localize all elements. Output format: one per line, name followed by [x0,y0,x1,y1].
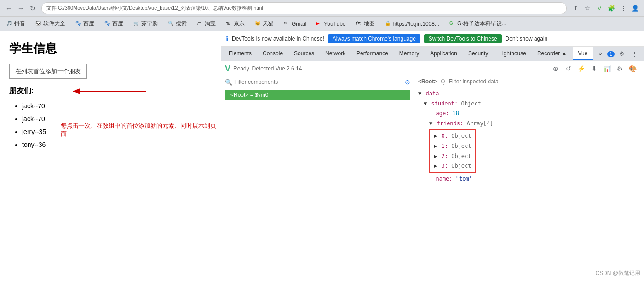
item0-expand-icon[interactable]: ▶ [434,133,437,139]
vue-gear-icon[interactable]: ⚙ [615,63,626,74]
bookmark-search[interactable]: 🔍搜索 [165,19,190,29]
item3-expand-icon[interactable]: ▶ [434,163,437,169]
component-tree: 🔍 ⊙ <Root> = $vm0 [221,76,414,281]
student-type: Object [461,100,481,107]
csdn-watermark: CSDN @做笔记用 [595,269,640,277]
notification-bar: ℹ DevTools is now available in Chinese! … [221,31,644,47]
tab-security[interactable]: Security [463,47,494,60]
bookmark-baidu1[interactable]: 🐾百度 [73,19,97,29]
vue-toolbar: V Ready. Detected Vue 2.6.14. ⊕ ↺ ⚡ ⬇ 📊 … [221,61,644,76]
tab-console[interactable]: Console [257,47,288,60]
tab-performance[interactable]: Performance [351,47,394,60]
puzzle-icon[interactable]: 🧩 [606,3,616,13]
badge-count: 1 [607,51,615,57]
tab-vue[interactable]: Vue [573,47,593,60]
friends-expand-icon[interactable]: ▼ [429,120,432,127]
data-panel: <Root> Q → ▼ data ▼ student: [414,76,644,281]
data-key: data [426,90,439,97]
item0-type: Object [451,133,471,139]
student-expand-icon[interactable]: ▼ [424,100,427,107]
data-filter-input[interactable] [449,78,644,85]
vue-history-icon[interactable]: ↺ [563,63,574,74]
douyin-icon: 🎵 [6,21,13,27]
forward-button[interactable]: → [16,3,26,13]
vue-refresh-icon[interactable]: ↻ [640,63,644,74]
dont-show-button[interactable]: Don't show again [506,35,548,42]
browser-top: ← → ↻ 文件 G:/360MoveData/Users/静小文/Deskto… [0,0,644,17]
bookmark-login[interactable]: 🔒https://login.1008... [382,20,442,28]
more-options-icon[interactable]: ⋮ [629,48,640,59]
tab-application[interactable]: Application [425,47,463,60]
tab-sources[interactable]: Sources [288,47,320,60]
bookmark-baidu2[interactable]: 🐾百度 [102,19,126,29]
baidu2-icon: 🐾 [104,21,111,27]
profile-icon[interactable]: 👤 [630,3,640,13]
vue-settings-icon[interactable]: ⬇ [589,63,600,74]
taobao-icon: 🏷 [197,21,203,27]
star-icon[interactable]: ☆ [582,3,592,13]
data-expand-icon[interactable]: ▼ [418,90,421,97]
bookmark-software[interactable]: 🐼软件大全 [33,19,68,29]
friends-type: Array[4] [467,120,494,127]
always-match-button[interactable]: Always match Chrome's language [328,34,420,43]
bookmark-gmail[interactable]: ✉Gmail [281,20,309,28]
back-button[interactable]: ← [4,3,14,13]
extension-icon[interactable]: V [594,3,604,13]
bookmark-gezi[interactable]: GG·格子达本科毕设... [447,19,509,29]
settings-icon[interactable]: ⚙ [616,48,627,59]
tab-more[interactable]: » [593,47,607,60]
filter-extra-icon[interactable]: ⊙ [405,78,410,86]
page-content: 学生信息 在列表首位添加一个朋友 朋友们: jack--70 jack--70 … [0,31,221,281]
bookmark-suning[interactable]: 🛒苏宁购 [131,19,161,29]
item1-type: Object [451,143,471,149]
tianmao-icon: 🐱 [255,21,261,27]
vue-inspect-icon[interactable]: ⚡ [576,63,587,74]
close-devtools-icon[interactable]: ✕ [642,48,644,59]
annotation-text: 每点击一次、在数组中的首位添加新的元素、同时展示到页面 [61,122,221,138]
browser-actions: ⬆ ☆ V 🧩 ⋮ 👤 [570,3,640,13]
name-value: "tom" [456,176,472,182]
share-icon[interactable]: ⬆ [570,3,581,13]
vue-component-icon[interactable]: ⊕ [550,63,561,74]
software-icon: 🐼 [35,21,42,27]
tab-elements[interactable]: Elements [223,47,257,60]
bookmark-tianmao[interactable]: 🐱天猫 [252,19,276,29]
page-title: 学生信息 [9,41,212,57]
item2-expand-icon[interactable]: ▶ [434,153,437,159]
devtools-tabs: Elements Console Sources Network Perform… [221,47,644,61]
tab-network[interactable]: Network [320,47,351,60]
menu-icon[interactable]: ⋮ [618,3,628,13]
bookmark-map[interactable]: 🗺地图 [353,19,378,29]
filter-components-input[interactable] [234,79,403,85]
root-component-item[interactable]: <Root> = $vm0 [225,90,410,100]
item1-key: 1: [441,143,448,149]
item1-expand-icon[interactable]: ▶ [434,143,437,149]
vue-chart-icon[interactable]: 📊 [602,63,613,74]
bookmark-douyin[interactable]: 🎵抖音 [4,19,28,29]
jd-icon: 🛍 [226,21,232,27]
friends-label: 朋友们: [9,86,212,96]
vue-theme-icon[interactable]: 🎨 [627,63,638,74]
add-friend-button[interactable]: 在列表首位添加一个朋友 [9,64,87,79]
data-filter-bar: <Root> Q → [414,76,644,87]
address-text: 文件 G:/360MoveData/Users/静小文/Desktop/vue_… [46,5,263,12]
tab-recorder[interactable]: Recorder ▲ [532,47,573,60]
baidu1-icon: 🐾 [75,21,82,27]
search-bk-icon: 🔍 [168,21,174,27]
address-bar[interactable]: 文件 G:/360MoveData/Users/静小文/Desktop/vue_… [41,2,567,14]
list-item: tony--36 [22,138,212,151]
item3-key: 3: [441,163,448,169]
vue-logo: V [225,64,230,74]
bookmark-jd[interactable]: 🛍京东 [223,19,247,29]
info-icon: ℹ [226,35,228,42]
bookmark-taobao[interactable]: 🏷淘宝 [194,19,218,29]
bookmark-youtube[interactable]: ▶YouTube [313,20,348,28]
switch-devtools-button[interactable]: Switch DevTools to Chinese [424,34,502,43]
age-value: 18 [453,110,459,117]
tab-memory[interactable]: Memory [394,47,425,60]
tab-lighthouse[interactable]: Lighthouse [494,47,532,60]
refresh-button[interactable]: ↻ [28,3,38,13]
youtube-icon: ▶ [316,21,322,27]
age-key: age: [429,110,449,117]
data-root-label: <Root> [418,78,437,85]
